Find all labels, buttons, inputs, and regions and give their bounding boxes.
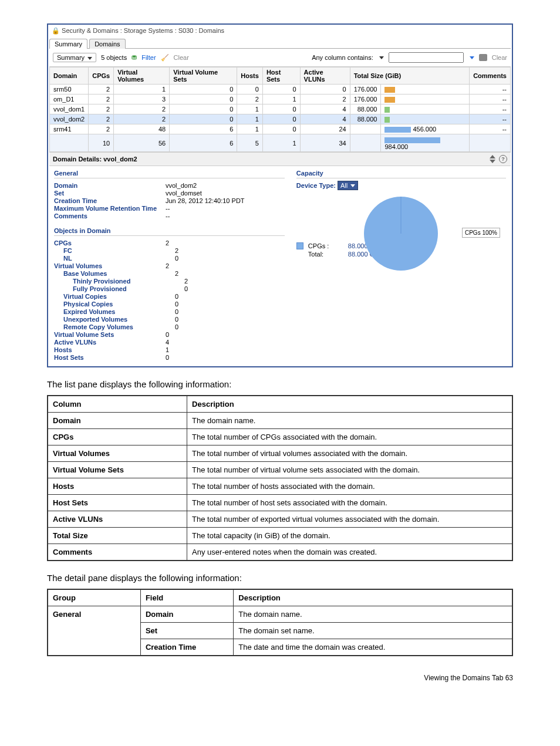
table-row[interactable]: vvol_dom222010488.000 -- xyxy=(50,114,511,124)
object-row[interactable]: Thinly Provisioned2 xyxy=(54,278,285,285)
search-label: Any column contains: xyxy=(312,54,373,61)
object-count: 5 objects xyxy=(101,54,127,61)
object-row[interactable]: Virtual Volume Sets0 xyxy=(54,331,285,338)
object-row[interactable]: Remote Copy Volumes0 xyxy=(54,323,285,330)
column-menu-icon[interactable] xyxy=(470,56,474,59)
table-row[interactable]: om_D1230212176.000 -- xyxy=(50,94,511,104)
doc-table-row: GeneralDomainThe domain name. xyxy=(48,606,512,622)
object-row[interactable]: Fully Provisioned0 xyxy=(54,285,285,292)
object-row[interactable]: FC2 xyxy=(54,247,285,254)
totals-row: 105665134 984.000 xyxy=(50,134,511,151)
tab-domains[interactable]: Domains xyxy=(89,39,125,49)
object-row[interactable]: Virtual Volumes2 xyxy=(54,262,285,269)
table-row[interactable]: srm4124861024 456.000-- xyxy=(50,124,511,134)
doc-table-row: Total SizeThe total capacity (in GiB) of… xyxy=(48,527,512,544)
object-row[interactable]: Active VLUNs4 xyxy=(54,339,285,346)
tabs: Summary Domains xyxy=(49,38,511,49)
t1-h1: Column xyxy=(48,396,187,413)
col-vvs[interactable]: Virtual Volume Sets xyxy=(170,67,237,85)
detail-field: Comments-- xyxy=(54,212,285,220)
caption-detail-pane: The detail pane displays the following i… xyxy=(47,573,513,583)
doc-table-row: CommentsAny user-entered notes when the … xyxy=(48,544,512,561)
col-cpgs[interactable]: CPGs xyxy=(89,67,114,85)
print-icon[interactable] xyxy=(479,54,487,61)
table-row[interactable]: srm50210000176.000 -- xyxy=(50,85,511,94)
clear-icon: 🧹 xyxy=(161,54,169,62)
object-row[interactable]: Virtual Copies0 xyxy=(54,293,285,300)
field-description-table: Group Field Description GeneralDomainThe… xyxy=(47,589,513,656)
object-row[interactable]: Host Sets0 xyxy=(54,354,285,361)
filter-icon: ⛃ xyxy=(131,54,137,62)
capacity-pie-chart xyxy=(360,193,442,275)
doc-table-row: Host SetsThe total number of host sets a… xyxy=(48,494,512,511)
col-size[interactable]: Total Size (GiB) xyxy=(350,67,469,85)
col-hostsets[interactable]: Host Sets xyxy=(262,67,300,85)
object-row[interactable]: CPGs2 xyxy=(54,239,285,247)
column-description-table: Column Description DomainThe domain name… xyxy=(47,395,513,561)
caption-list-pane: The list pane displays the following inf… xyxy=(47,379,513,389)
doc-table-row: Virtual VolumesThe total number of virtu… xyxy=(48,445,512,461)
domain-table: Domain CPGs Virtual Volumes Virtual Volu… xyxy=(49,67,511,152)
object-row[interactable]: Base Volumes2 xyxy=(54,270,285,277)
t2-h2: Field xyxy=(140,589,233,606)
clear-link[interactable]: Clear xyxy=(174,54,189,61)
toolbar: Summary 5 objects ⛃ Filter 🧹 Clear Any c… xyxy=(49,49,511,67)
tab-summary[interactable]: Summary xyxy=(49,39,87,49)
details-body: General Domainvvol_dom2Setvvol_domsetCre… xyxy=(49,166,511,365)
expand-collapse-icon[interactable] xyxy=(490,155,495,163)
object-row[interactable]: Hosts1 xyxy=(54,346,285,353)
doc-table-row: Active VLUNsThe total number of exported… xyxy=(48,511,512,527)
table-row[interactable]: vvol_dom122010488.000 -- xyxy=(50,104,511,114)
chevron-down-icon xyxy=(350,184,355,187)
capacity-section-title: Capacity xyxy=(296,170,506,178)
object-row[interactable]: Unexported Volumes0 xyxy=(54,316,285,323)
detail-field: Domainvvol_dom2 xyxy=(54,182,285,189)
doc-table-row: DomainThe domain name. xyxy=(48,412,512,428)
object-row[interactable]: NL0 xyxy=(54,255,285,262)
doc-table-row: CPGsThe total number of CPGs associated … xyxy=(48,428,512,445)
pie-legend: CPGs 100% xyxy=(462,228,500,238)
t1-h2: Description xyxy=(187,396,512,413)
t2-h1: Group xyxy=(48,589,140,606)
filter-link[interactable]: Filter xyxy=(141,54,156,61)
col-comments[interactable]: Comments xyxy=(470,67,511,85)
swatch-icon xyxy=(296,242,303,249)
clear-link-2[interactable]: Clear xyxy=(492,54,507,61)
search-input[interactable] xyxy=(389,52,464,63)
chevron-down-icon xyxy=(87,57,92,60)
app-window: 🔒 Security & Domains : Storage Systems :… xyxy=(47,23,513,367)
t2-h3: Description xyxy=(234,589,512,606)
objects-section-title: Objects in Domain xyxy=(54,227,285,236)
detail-field: Creation TimeJun 28, 2012 12:40:10 PDT xyxy=(54,197,285,204)
col-hosts[interactable]: Hosts xyxy=(237,67,263,85)
detail-field: Maximum Volume Retention Time-- xyxy=(54,205,285,212)
window-title: 🔒 Security & Domains : Storage Systems :… xyxy=(49,26,511,36)
col-vv[interactable]: Virtual Volumes xyxy=(114,67,170,85)
chevron-down-icon[interactable] xyxy=(379,56,384,59)
col-vluns[interactable]: Active VLUNs xyxy=(300,67,350,85)
device-type-select[interactable]: All xyxy=(338,181,358,190)
view-select[interactable]: Summary xyxy=(53,53,96,62)
details-title: Domain Details: vvol_dom2 xyxy=(53,156,137,163)
help-icon[interactable]: ? xyxy=(499,155,507,163)
device-type-label: Device Type: xyxy=(296,182,336,189)
doc-table-row: Virtual Volume SetsThe total number of v… xyxy=(48,461,512,478)
page-footer: Viewing the Domains Tab 63 xyxy=(47,674,513,682)
detail-field: Setvvol_domset xyxy=(54,190,285,197)
col-domain[interactable]: Domain xyxy=(50,67,89,85)
general-section-title: General xyxy=(54,170,285,178)
object-row[interactable]: Expired Volumes0 xyxy=(54,308,285,315)
doc-table-row: HostsThe total number of hosts associate… xyxy=(48,478,512,494)
table-header-row: Domain CPGs Virtual Volumes Virtual Volu… xyxy=(50,67,511,85)
object-row[interactable]: Physical Copies0 xyxy=(54,301,285,308)
details-header: Domain Details: vvol_dom2 ? xyxy=(49,152,511,166)
